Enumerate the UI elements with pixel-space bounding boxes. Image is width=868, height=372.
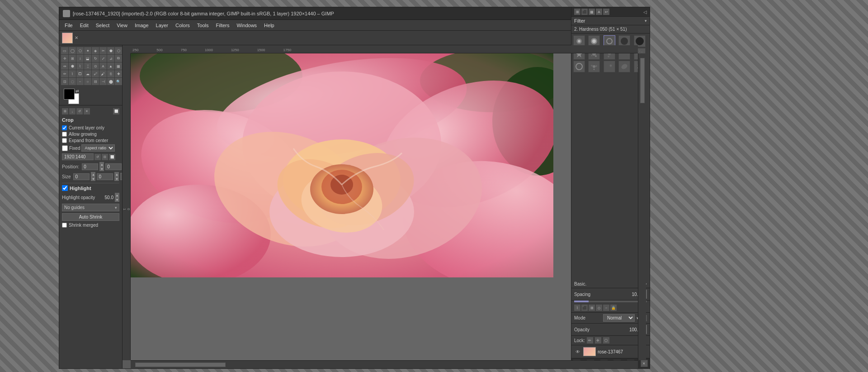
shrink-merged-checkbox[interactable] (62, 223, 67, 228)
transform-tool[interactable]: ↕ (76, 55, 84, 62)
horizontal-scroll-thumb[interactable] (135, 362, 226, 367)
panel-expand-icon[interactable]: ◁ (643, 10, 647, 14)
menu-layer[interactable]: Layer (152, 22, 172, 29)
menu-edit[interactable]: Edit (76, 22, 92, 29)
vertical-scrollbar[interactable] (638, 53, 646, 360)
size-input-field[interactable] (62, 153, 94, 160)
paint-bucket-tool[interactable]: ▲ (107, 62, 114, 70)
gradient-tool[interactable]: ▦ (115, 62, 122, 70)
eraser-tool[interactable]: ⧠ (76, 70, 84, 77)
menu-help[interactable]: Help (260, 22, 278, 29)
delete-preset-icon[interactable]: ✕ (84, 108, 90, 114)
fuzzy-select-tool[interactable]: ✦ (84, 47, 91, 54)
blur-sharpen-tool[interactable]: ◌ (69, 78, 76, 85)
aspect-ratio-dropdown[interactable]: Aspect ratio Width Height Size (81, 144, 115, 152)
align-tool[interactable]: ⊞ (69, 55, 76, 62)
lock-position-icon[interactable]: ✛ (595, 337, 601, 343)
size-y-up[interactable]: ▲ (114, 172, 119, 176)
clone-tool[interactable]: ⎘ (107, 70, 114, 77)
patterns-panel-icon[interactable]: ⬛ (581, 9, 588, 15)
image-thumbnail[interactable] (62, 33, 73, 43)
opacity-down[interactable]: ▼ (115, 197, 119, 202)
paint-lock-icon[interactable]: 🔒 (610, 305, 617, 311)
zoom-tool[interactable]: 🔍 (115, 78, 122, 85)
warp-tool[interactable]: ⌇ (76, 62, 84, 70)
free-select-tool[interactable]: ⬠ (76, 47, 84, 54)
position-x-down[interactable]: ▼ (99, 167, 104, 171)
mypaint-brush-tool[interactable]: 🖌 (99, 70, 107, 77)
menu-windows[interactable]: Windows (233, 22, 260, 29)
auto-shrink-button[interactable]: Auto Shrink (62, 213, 119, 221)
scissors-select-tool[interactable]: ✂ (99, 47, 107, 54)
color-picker-tool[interactable]: ⊟ (92, 78, 99, 85)
heal-tool[interactable]: ✚ (115, 70, 122, 77)
airbrush-tool[interactable]: ☁ (84, 70, 91, 77)
expand-from-center-checkbox[interactable] (62, 138, 67, 143)
menu-file[interactable]: File (61, 22, 76, 29)
fonts-panel-icon[interactable]: A (596, 9, 602, 15)
handle-transform-tool[interactable]: ⊙ (92, 62, 99, 70)
current-layer-checkbox[interactable] (62, 125, 67, 130)
restore-defaults-icon[interactable]: ↺ (76, 108, 83, 114)
lock-alpha-icon[interactable]: ⬡ (603, 337, 609, 343)
menu-select[interactable]: Select (92, 22, 113, 29)
history-panel-icon[interactable]: ↩ (603, 9, 609, 15)
layer-visibility-icon[interactable]: 👁 (574, 348, 581, 355)
crop-tool active[interactable]: ⬓ (84, 55, 91, 62)
select-by-color-tool[interactable]: ◈ (92, 47, 99, 54)
position-x-input[interactable] (82, 163, 98, 170)
menu-colors[interactable]: Colors (172, 22, 193, 29)
paintbrush-tool[interactable]: ⌇ (69, 70, 76, 77)
canvas-scroll-area[interactable] (131, 53, 638, 360)
perspective-tool[interactable]: ⧉ (115, 55, 122, 62)
dodge-burn-tool[interactable]: ○ (84, 78, 91, 85)
opacity-up[interactable]: ▲ (115, 193, 119, 197)
vertical-scroll-thumb[interactable] (640, 58, 645, 103)
brush-cell-irregular[interactable] (618, 61, 630, 72)
menu-tools[interactable]: Tools (193, 22, 212, 29)
gradients-panel-icon[interactable]: ▦ (589, 9, 595, 15)
horizontal-scrollbar[interactable] (131, 360, 638, 368)
highlight-checkbox[interactable] (62, 185, 68, 191)
rect-select-tool[interactable]: ▭ (61, 47, 68, 54)
text-tool[interactable]: A (99, 62, 107, 70)
size-x-input[interactable] (73, 173, 90, 180)
expand-options-icon[interactable]: ⬜ (113, 108, 119, 114)
size-x-up[interactable]: ▲ (91, 172, 95, 176)
size-y-down[interactable]: ▼ (114, 176, 119, 181)
brushes-panel-icon[interactable]: ⊞ (574, 9, 580, 15)
scale-tool[interactable]: ⤢ (99, 55, 107, 62)
paint-smooth-icon[interactable]: ~ (603, 305, 609, 311)
size-x-down[interactable]: ▼ (91, 176, 95, 181)
cage-tool[interactable]: ⬢ (69, 62, 76, 70)
paint-jitter-icon[interactable]: ⊞ (589, 305, 595, 311)
move-tool[interactable]: ✛ (61, 55, 68, 62)
guides-row[interactable]: No guides ▾ (62, 204, 119, 211)
perspective-clone-tool[interactable]: ⊡ (61, 78, 68, 85)
position-y-input[interactable] (105, 163, 122, 170)
delete-layer-button[interactable]: ✕ (641, 360, 648, 367)
size-swap-icon[interactable]: ⬜ (109, 154, 115, 160)
lock-pixels-icon[interactable]: ✏ (587, 337, 593, 343)
image-close-button[interactable]: ✕ (75, 35, 78, 40)
brush-cell-circle-outline[interactable] (573, 61, 585, 72)
mode-select[interactable]: Normal Multiply Screen Overlay (603, 314, 635, 322)
menu-view[interactable]: View (113, 22, 131, 29)
unified-transform-tool[interactable]: ⌶ (84, 62, 91, 70)
paint-preset-icon[interactable]: ⬛ (581, 305, 588, 311)
allow-growing-checkbox[interactable] (62, 132, 67, 137)
size-reset-icon[interactable]: ↺ (94, 154, 101, 160)
paths-tool-inactive[interactable]: ⬡ (115, 47, 122, 54)
smudge-tool[interactable]: ~ (76, 78, 84, 85)
paint-fade-icon[interactable]: ◇ (596, 305, 602, 311)
brush-cell-cluster1[interactable] (588, 61, 600, 72)
size-y-input[interactable] (97, 173, 113, 180)
brush-cell-cluster2[interactable] (604, 61, 615, 72)
foreground-select-tool[interactable]: ⬟ (107, 47, 114, 54)
gegl-tool[interactable]: ⬤ (107, 78, 114, 85)
tool-presets-icon[interactable]: ⊞ (62, 108, 68, 114)
filter-dropdown-arrow[interactable]: ▾ (645, 19, 647, 23)
flip-tool[interactable]: ⇔ (61, 62, 68, 70)
menu-image[interactable]: Image (131, 22, 152, 29)
rotate-tool[interactable]: ↻ (92, 55, 99, 62)
